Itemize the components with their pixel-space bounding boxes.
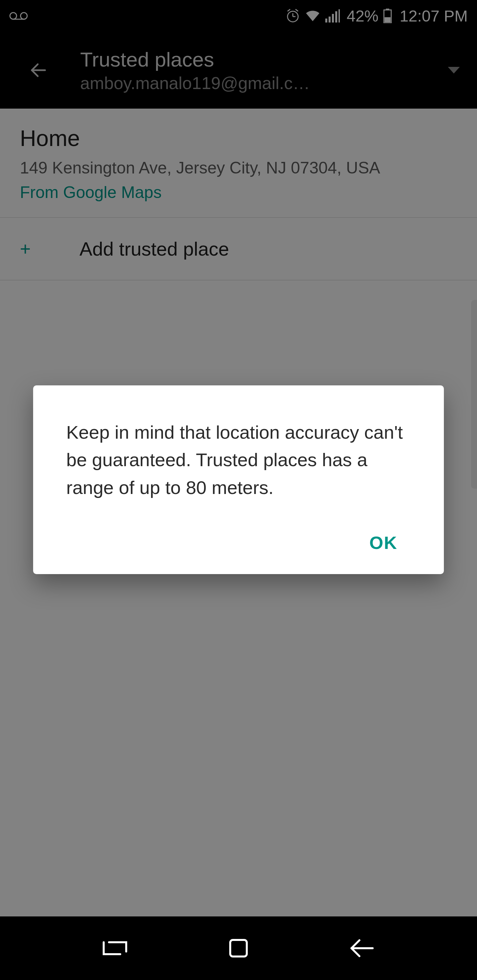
home-button[interactable] — [219, 928, 258, 968]
recents-icon — [101, 938, 129, 958]
navigation-bar — [0, 916, 477, 980]
dialog-actions: OK — [66, 525, 411, 561]
svg-rect-18 — [230, 940, 247, 956]
dialog-message: Keep in mind that location accuracy can'… — [66, 418, 411, 501]
info-dialog: Keep in mind that location accuracy can'… — [33, 385, 444, 574]
ok-button[interactable]: OK — [356, 525, 411, 561]
home-icon — [227, 937, 250, 960]
back-icon — [348, 938, 376, 958]
recents-button[interactable] — [95, 928, 135, 968]
nav-back-button[interactable] — [342, 928, 382, 968]
